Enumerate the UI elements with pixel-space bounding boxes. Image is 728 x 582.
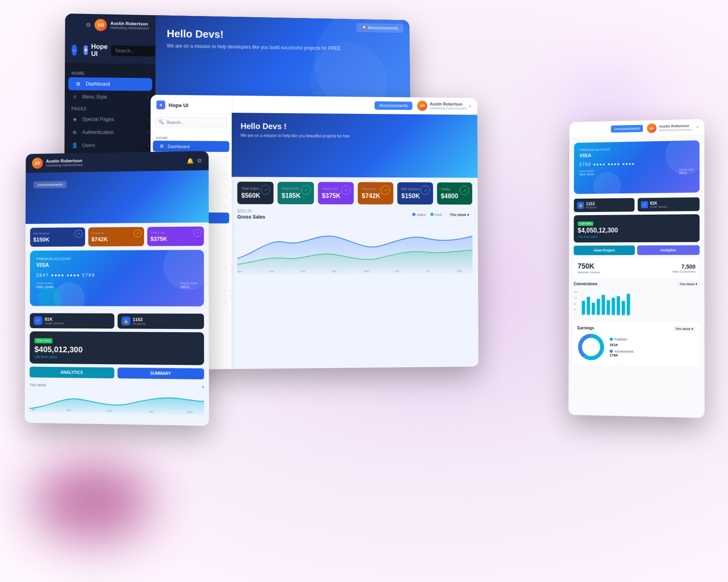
front-card-section: PREMIUM ACCOUNT VISA 2847 ●●●● ●●●● 5789… (25, 246, 209, 311)
front-week-filter[interactable]: ▾ (202, 385, 204, 389)
back-logo-text: Hope UI (91, 43, 108, 58)
front-hero: Announcements (26, 170, 209, 224)
right-counter-products: 🔒 1153 Products (574, 198, 635, 212)
mid-announcements-btn[interactable]: Announcements (375, 101, 413, 110)
svg-text:80: 80 (574, 302, 577, 305)
svg-text:Aug: Aug (457, 269, 462, 273)
mid-icons-arrow: › (225, 299, 226, 303)
back-user-avatar: AR (95, 19, 107, 31)
right-orders-label: Order Served (650, 205, 667, 208)
right-lifetime-badge: TOP 54% (578, 221, 593, 226)
svg-text:Jun: Jun (395, 269, 400, 272)
back-btn[interactable]: ← (72, 44, 77, 56)
right-card-expiry: 06/11 (679, 171, 694, 175)
right-actions: View Project Analytics (569, 245, 705, 258)
mid-home-label: Home (150, 134, 232, 141)
right-topbar: Announcements AR Austin Robertson Market… (570, 119, 704, 138)
front-stat-net-income: Net Income $150K ↗ (30, 227, 85, 247)
svg-text:S: S (582, 314, 584, 316)
front-orders-value: 81K (45, 317, 64, 321)
back-users-icon: 👤 (71, 142, 78, 148)
mid-topbar: Announcements AR Austin Robertson Market… (232, 96, 477, 115)
front-mini-chart-header: This Week ▾ (30, 383, 204, 389)
svg-text:Apr: Apr (332, 270, 337, 273)
mid-chart-filter[interactable]: This Week ▾ (446, 211, 472, 218)
front-products-label: Products (133, 322, 146, 325)
mid-stat-profit: Total Profit $185K ↗ (278, 182, 314, 204)
svg-text:Jan: Jan (32, 408, 36, 411)
mid-user-name: Austin Robertson (430, 102, 466, 106)
front-announcements-btn[interactable]: Announcements (34, 181, 67, 189)
front-card-holder-name: Mike Smith (36, 285, 54, 289)
back-nav-authentication[interactable]: ⊕ Authentication › (64, 126, 155, 139)
front-bell-icon: 🔔 (187, 157, 194, 164)
back-announcements-btn[interactable]: 📢 Announcements (356, 23, 404, 33)
svg-text:S: S (612, 314, 614, 317)
right-analytics-btn[interactable]: Analytics (637, 245, 700, 255)
front-stat-revenue: Revenue $742K ↗ (88, 227, 144, 247)
svg-rect-29 (622, 301, 625, 315)
front-card-footer: Card Holder Mike Smith Expiry Date 06/11 (36, 281, 197, 289)
front-analytics-btn[interactable]: ANALYTICS (30, 367, 114, 378)
right-bar-chart-svg: 160 120 80 40 S M T W T (574, 289, 700, 318)
svg-text:Mar: Mar (301, 270, 306, 273)
right-products-label: Products (586, 206, 597, 209)
front-card-number: 2847 ●●●● ●●●● 5789 (36, 273, 198, 278)
back-menu-arrow: › (148, 95, 149, 100)
back-user-role: Marketing Administrator (110, 26, 149, 30)
bg-blob-bottom-left (32, 462, 152, 542)
mid-stat-total-sales: Total Sales $560K ↗ (237, 181, 274, 204)
mid-legend-sales: Sales (412, 213, 426, 217)
right-view-btn[interactable]: View Project (574, 245, 635, 255)
back-users-arrow: › (148, 143, 149, 147)
front-avatar: AR (32, 157, 43, 169)
right-customers-num: 7,500 (672, 263, 696, 269)
front-topbar-icons: 🔔 ⚙ (187, 157, 202, 164)
svg-rect-25 (602, 295, 605, 315)
mid-stats-row: Total Sales $560K ↗ Total Profit $185K ↗… (232, 177, 478, 205)
right-conversion-filter[interactable]: This Week ▾ (677, 281, 700, 287)
back-nav-menu-style[interactable]: ≡ Menu Style › (65, 90, 156, 104)
right-announcements-btn[interactable]: Announcements (611, 125, 643, 133)
right-customers-label: New Customers (672, 270, 696, 273)
svg-text:Apr: Apr (149, 410, 154, 413)
right-donut-svg (577, 333, 605, 361)
front-lifetime-label: Life time sales (34, 355, 199, 361)
svg-text:W: W (622, 314, 624, 317)
right-earnings-title: Earnings (577, 326, 594, 330)
right-earnings-filter[interactable]: This Week ▾ (673, 326, 696, 332)
right-card-holder-name: Blue Store (580, 172, 594, 176)
right-donut-content: Fashion 251K Accessories 176K (577, 333, 696, 363)
mid-chart-svg: Jan Feb Mar Apr May Jun Jul Aug (237, 222, 472, 275)
mid-hero-title: Hello Devs ! (240, 122, 469, 132)
svg-rect-23 (592, 303, 595, 315)
back-nav-users[interactable]: 👤 Users › (64, 139, 155, 152)
front-week-label: This Week (30, 383, 46, 387)
right-products-icon: 🔒 (577, 202, 584, 209)
mid-legend-cost: Cost (430, 213, 442, 217)
mid-user-avatar: AR (417, 101, 428, 111)
right-accessories-label: Accessories (614, 349, 634, 354)
mid-components-arrow: › (225, 267, 226, 271)
mid-topbar-user: AR Austin Robertson Marketing Administra… (417, 101, 471, 112)
back-nav-dashboard[interactable]: ⊞ Dashboard (68, 77, 152, 91)
right-section-header: Conversions This Week ▾ (574, 281, 700, 287)
back-nav-special-pages[interactable]: ◈ Special Pages › (64, 113, 155, 126)
front-gear-icon: ⚙ (197, 157, 202, 164)
mid-search-input[interactable] (166, 120, 224, 125)
svg-text:W: W (627, 314, 629, 317)
right-donut-section: Earnings This Week ▾ Fashion 251K (573, 321, 700, 367)
back-pages-label: Pages (65, 103, 156, 113)
right-new-customers: 7,500 New Customers (672, 263, 696, 273)
right-window: Announcements AR Austin Robertson Market… (568, 119, 704, 418)
back-special-arrow: › (148, 118, 149, 122)
svg-rect-22 (587, 297, 590, 315)
front-summary-btn[interactable]: SUMMARY (118, 368, 204, 380)
mid-search-icon: 🔍 (158, 120, 164, 125)
right-lifetime-label: Life time sales (578, 234, 696, 238)
mid-chart-area: $855.8K Gross Sales Sales Cost This Week… (232, 204, 478, 281)
back-sidebar-header: ← ✦ Hope UI (65, 35, 155, 64)
front-mini-chart-svg: Jan Feb Mar Apr May (30, 389, 204, 415)
svg-text:May: May (364, 270, 369, 273)
mid-nav-dashboard[interactable]: ⊞ Dashboard (153, 141, 229, 152)
